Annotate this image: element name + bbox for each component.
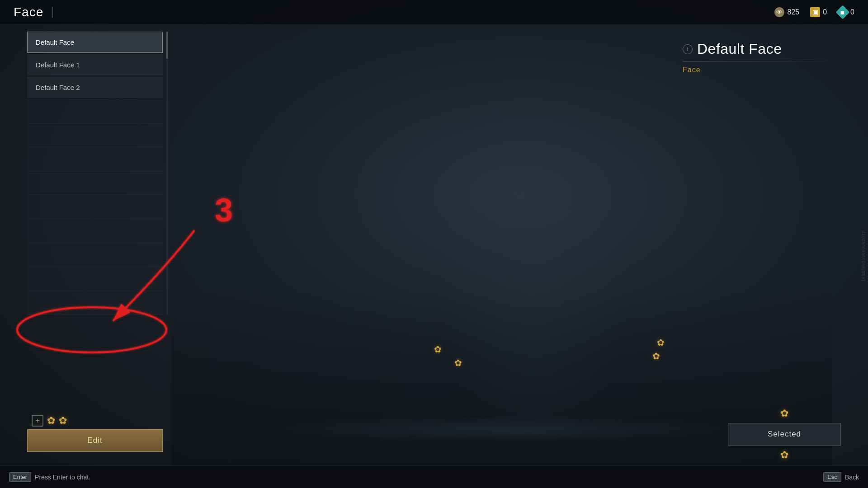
gold-amount: 0 [823, 8, 827, 16]
page-title: Face [14, 5, 43, 19]
face-list-item-default[interactable]: Default Face [27, 32, 163, 53]
bottom-right-panel: ✿ Selected ✿ [728, 408, 841, 461]
add-button[interactable]: + [32, 415, 43, 427]
lotus-scatter-1: ✿ [434, 344, 442, 355]
coin-icon: 👁 [774, 7, 784, 17]
item-divider [683, 61, 841, 61]
lotus-add-row: + ✿ ✿ [27, 412, 163, 428]
item-category: Face [683, 66, 701, 74]
currency-coin: 👁 825 [774, 7, 799, 17]
lotus-top-icon: ✿ [780, 408, 788, 419]
empty-slots [27, 99, 163, 315]
enter-key-badge: Enter [9, 472, 31, 482]
list-scrollbar[interactable] [166, 32, 168, 315]
lotus-scatter-2: ✿ [454, 357, 462, 368]
lotus-icon-2: ✿ [59, 415, 67, 427]
empty-slot-5 [27, 195, 163, 219]
ground-plane [262, 416, 741, 443]
currency-display: 👁 825 ▣ 0 ◆ 0 [774, 7, 854, 17]
lotus-icon-1: ✿ [47, 415, 55, 427]
gem-icon: ◆ [836, 5, 850, 19]
currency-gem: ◆ 0 [838, 7, 854, 17]
info-icon: i [683, 44, 693, 54]
enter-hint-text: Press Enter to chat. [35, 474, 90, 481]
item-title-row: i Default Face [683, 41, 841, 57]
empty-slot-3 [27, 147, 163, 171]
esc-key-badge: Esc [823, 472, 841, 482]
lotus-scatter-3: ✿ [657, 337, 665, 348]
edit-button[interactable]: Edit [27, 429, 163, 452]
currency-gold: ▣ 0 [810, 7, 827, 17]
gold-icon: ▣ [810, 7, 820, 17]
header-divider [52, 7, 53, 18]
selected-button: Selected [728, 423, 841, 446]
lotus-scatter-4: ✿ [652, 351, 660, 361]
enter-hint: Enter Press Enter to chat. [9, 472, 90, 482]
empty-slot-9 [27, 291, 163, 315]
empty-slot-1 [27, 99, 163, 123]
left-panel-bottom: + ✿ ✿ Edit [27, 412, 163, 452]
lotus-bottom-icon: ✿ [780, 449, 788, 461]
esc-hint: Esc Back [823, 472, 859, 482]
face-list: Default Face Default Face 1 Default Face… [27, 32, 163, 315]
empty-slot-7 [27, 243, 163, 267]
empty-slot-2 [27, 123, 163, 147]
list-scrollbar-thumb [166, 32, 168, 59]
esc-hint-text: Back [845, 474, 859, 481]
empty-slot-8 [27, 267, 163, 291]
side-watermark: d1028000080168[SEA] [859, 25, 868, 488]
bottom-bar: Enter Press Enter to chat. Esc Back [0, 465, 868, 488]
face-list-item-2[interactable]: Default Face 2 [27, 77, 163, 98]
face-list-item-1[interactable]: Default Face 1 [27, 54, 163, 75]
left-panel: Default Face Default Face 1 Default Face… [27, 32, 163, 452]
gem-amount: 0 [850, 8, 854, 16]
empty-slot-6 [27, 219, 163, 243]
header-bar: Face 👁 825 ▣ 0 ◆ 0 [0, 0, 868, 25]
coin-amount: 825 [787, 8, 799, 16]
character-viewport [172, 25, 832, 465]
item-name: Default Face [697, 41, 782, 57]
empty-slot-4 [27, 171, 163, 195]
right-panel: i Default Face Face [683, 41, 841, 74]
